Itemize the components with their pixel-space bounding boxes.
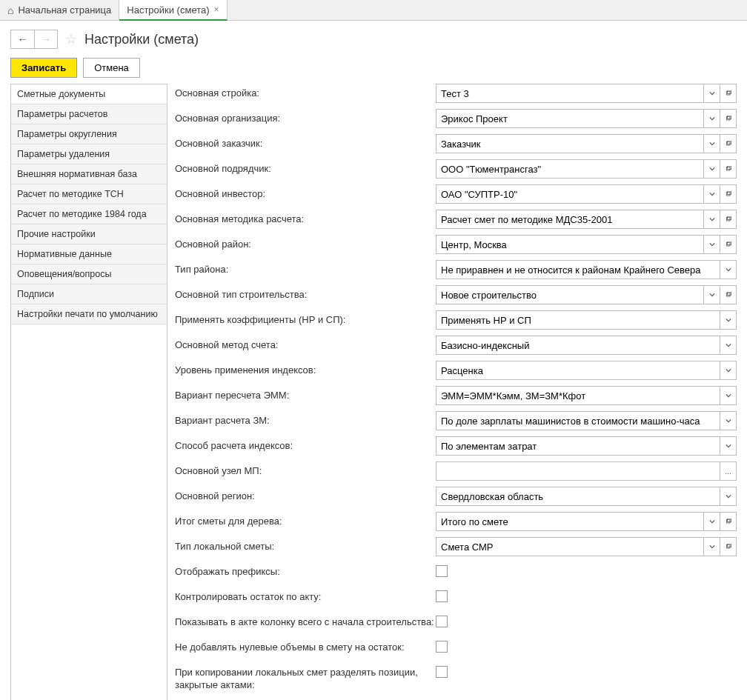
field-input[interactable] [436, 537, 704, 556]
svg-rect-5 [727, 141, 731, 144]
field-control [436, 436, 737, 456]
open-dialog-icon[interactable] [720, 285, 737, 304]
sidebar-item-label: Параметры округления [17, 129, 117, 139]
sidebar-item[interactable]: Параметры округления [11, 124, 167, 144]
field-input[interactable] [436, 285, 704, 304]
sidebar-item[interactable]: Внешняя нормативная база [11, 164, 167, 184]
field-label: Итог сметы для дерева: [175, 512, 436, 528]
checkbox[interactable] [436, 590, 448, 602]
sidebar-item[interactable]: Прочие настройки [11, 224, 167, 244]
field-label: Основная методика расчета: [175, 210, 436, 226]
save-button[interactable]: Записать [10, 58, 77, 78]
field-input[interactable] [436, 436, 720, 456]
field-label: Способ расчета индексов: [175, 436, 436, 453]
chevron-down-icon[interactable] [720, 487, 737, 506]
close-icon[interactable]: × [214, 4, 219, 15]
field-input[interactable] [436, 411, 720, 430]
field-label: Основной узел МП: [175, 461, 436, 478]
field-input[interactable] [436, 336, 720, 355]
open-dialog-icon[interactable] [720, 235, 737, 254]
sidebar-item[interactable]: Параметры удаления [11, 144, 167, 164]
sidebar-item[interactable]: Сметные документы [11, 84, 167, 104]
chevron-down-icon[interactable] [720, 310, 737, 330]
field-input[interactable] [436, 386, 720, 405]
checkbox[interactable] [436, 666, 448, 678]
form-row: Основной регион: [175, 487, 737, 506]
field-control: ... [436, 461, 737, 481]
open-dialog-icon[interactable] [720, 184, 737, 204]
field-input[interactable] [436, 310, 720, 330]
sidebar-item[interactable]: Оповещения/вопросы [11, 264, 167, 284]
open-dialog-icon[interactable] [720, 512, 737, 531]
checkbox[interactable] [436, 565, 448, 577]
field-input[interactable] [436, 210, 704, 229]
chevron-down-icon[interactable] [720, 361, 737, 380]
svg-rect-19 [727, 544, 731, 547]
chevron-down-icon[interactable] [704, 285, 720, 304]
field-control [436, 663, 737, 678]
field-input[interactable] [436, 159, 704, 179]
open-dialog-icon[interactable] [720, 109, 737, 128]
chevron-down-icon[interactable] [704, 235, 720, 254]
open-dialog-icon[interactable] [720, 210, 737, 229]
chevron-down-icon[interactable] [704, 109, 720, 128]
ellipsis-icon[interactable]: ... [720, 461, 737, 481]
sidebar-item-label: Подписи [17, 289, 54, 299]
form-row: Отображать префиксы: [175, 562, 737, 581]
field-input[interactable] [436, 109, 704, 128]
field-input[interactable] [436, 184, 704, 204]
form-row: Тип района: [175, 260, 737, 279]
cancel-button[interactable]: Отмена [83, 58, 140, 78]
field-input[interactable] [436, 235, 704, 254]
svg-rect-18 [726, 544, 730, 548]
form-row: Основная организация: [175, 109, 737, 128]
field-input[interactable] [436, 84, 704, 103]
sidebar-item[interactable]: Подписи [11, 284, 167, 304]
sidebar: Сметные документыПараметры расчетовПарам… [10, 84, 167, 700]
sidebar-item[interactable]: Параметры расчетов [11, 104, 167, 124]
open-dialog-icon[interactable] [720, 134, 737, 153]
sidebar-item[interactable]: Настройки печати по умолчанию [11, 304, 167, 324]
svg-rect-8 [726, 192, 730, 196]
chevron-down-icon[interactable] [720, 336, 737, 355]
sidebar-item[interactable]: Расчет по методике 1984 года [11, 204, 167, 224]
field-input[interactable] [436, 260, 720, 279]
field-control [436, 109, 737, 128]
field-label: Уровень применения индексов: [175, 361, 436, 377]
field-input[interactable] [436, 512, 704, 531]
field-input[interactable] [436, 461, 720, 481]
chevron-down-icon[interactable] [704, 159, 720, 179]
chevron-down-icon[interactable] [720, 386, 737, 405]
field-control [436, 285, 737, 304]
checkbox[interactable] [436, 641, 448, 653]
form-row: Уровень применения индексов: [175, 361, 737, 380]
tab-label: Начальная страница [18, 4, 111, 16]
field-input[interactable] [436, 361, 720, 380]
chevron-down-icon[interactable] [720, 260, 737, 279]
nav-forward-button[interactable]: → [34, 30, 58, 49]
tab-settings[interactable]: Настройки (смета) × [119, 0, 227, 21]
chevron-down-icon[interactable] [704, 134, 720, 153]
open-dialog-icon[interactable] [720, 537, 737, 556]
chevron-down-icon[interactable] [720, 436, 737, 456]
chevron-down-icon[interactable] [704, 184, 720, 204]
chevron-down-icon[interactable] [704, 512, 720, 531]
field-label: Показывать в акте колонку всего с начала… [175, 613, 436, 629]
sidebar-item-label: Параметры удаления [17, 149, 110, 159]
field-label: Основной район: [175, 235, 436, 251]
sidebar-item[interactable]: Расчет по методике ТСН [11, 184, 167, 204]
field-control [436, 336, 737, 355]
open-dialog-icon[interactable] [720, 159, 737, 179]
field-input[interactable] [436, 134, 704, 153]
nav-back-button[interactable]: ← [10, 30, 34, 49]
checkbox[interactable] [436, 616, 448, 627]
chevron-down-icon[interactable] [704, 537, 720, 556]
chevron-down-icon[interactable] [704, 84, 720, 103]
chevron-down-icon[interactable] [704, 210, 720, 229]
favorite-icon[interactable]: ☆ [65, 31, 77, 47]
chevron-down-icon[interactable] [720, 411, 737, 430]
open-dialog-icon[interactable] [720, 84, 737, 103]
field-input[interactable] [436, 487, 720, 506]
sidebar-item[interactable]: Нормативные данные [11, 244, 167, 264]
tab-home[interactable]: ⌂ Начальная страница [0, 0, 119, 20]
